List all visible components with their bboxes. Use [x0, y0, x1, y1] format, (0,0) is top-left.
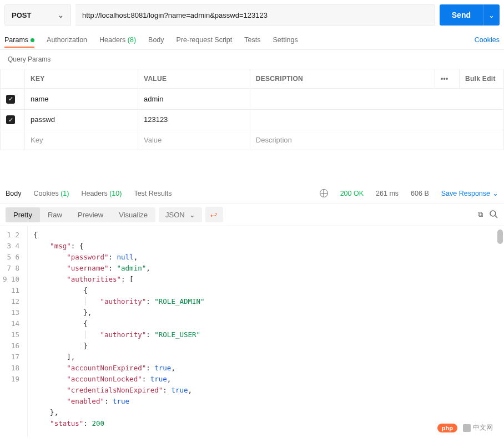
- response-time: 261 ms: [376, 190, 399, 197]
- wrap-lines-button[interactable]: ⮐: [205, 207, 223, 222]
- value-cell[interactable]: admin: [138, 89, 250, 110]
- view-pretty[interactable]: Pretty: [6, 207, 40, 222]
- response-body-viewer[interactable]: 1 2 3 4 5 6 7 8 9 10 11 12 13 14 15 16 1…: [0, 226, 504, 437]
- tab-body[interactable]: Body: [148, 33, 164, 47]
- svg-point-0: [490, 211, 496, 216]
- table-row: ✓ name admin: [1, 89, 504, 110]
- php-badge: php: [437, 424, 457, 432]
- view-raw[interactable]: Raw: [40, 207, 70, 222]
- query-params-title: Query Params: [0, 50, 504, 69]
- more-options-icon[interactable]: •••: [435, 69, 460, 89]
- cn-branding: 中文网: [463, 423, 493, 432]
- svg-line-1: [495, 216, 497, 218]
- tab-response-headers[interactable]: Headers (10): [81, 190, 122, 197]
- tab-response-cookies[interactable]: Cookies (1): [34, 190, 69, 197]
- checkbox[interactable]: ✓: [6, 115, 15, 124]
- http-method-value: POST: [12, 11, 31, 19]
- checkbox[interactable]: ✓: [6, 95, 15, 104]
- tab-headers[interactable]: Headers (8): [99, 33, 136, 47]
- table-row-new: Key Value Description: [1, 130, 504, 150]
- chevron-down-icon: ⌄: [492, 189, 498, 197]
- key-placeholder[interactable]: Key: [25, 130, 138, 150]
- cookies-link[interactable]: Cookies: [475, 36, 500, 44]
- logo-icon: [463, 424, 471, 432]
- http-method-select[interactable]: POST ⌄: [4, 4, 71, 26]
- query-params-table: KEY VALUE DESCRIPTION ••• Bulk Edit ✓ na…: [0, 69, 504, 150]
- tab-tests[interactable]: Tests: [244, 33, 260, 47]
- view-visualize[interactable]: Visualize: [111, 207, 155, 222]
- chevron-down-icon: ⌄: [488, 11, 495, 19]
- active-dot-icon: [31, 38, 34, 42]
- url-value: http://localhost:8081/login?name=admin&p…: [82, 11, 268, 19]
- code-lines: { "msg": { "password": null, "username":…: [28, 226, 504, 437]
- globe-icon[interactable]: [320, 189, 328, 197]
- view-preview[interactable]: Preview: [70, 207, 111, 222]
- chevron-down-icon: ⌄: [58, 11, 64, 19]
- col-value: VALUE: [138, 69, 250, 89]
- description-cell[interactable]: [250, 109, 503, 130]
- col-key: KEY: [25, 69, 138, 89]
- tab-authorization[interactable]: Authorization: [47, 33, 87, 47]
- value-cell[interactable]: 123123: [138, 109, 250, 130]
- description-placeholder[interactable]: Description: [250, 130, 503, 150]
- scrollbar-thumb[interactable]: [497, 230, 503, 244]
- view-mode-segment: Pretty Raw Preview Visualize: [6, 207, 155, 222]
- save-response-button[interactable]: Save Response ⌄: [441, 189, 498, 197]
- format-select[interactable]: JSON ⌄: [159, 207, 202, 222]
- tab-response-body[interactable]: Body: [6, 190, 22, 197]
- key-cell[interactable]: passwd: [25, 109, 138, 130]
- tab-settings[interactable]: Settings: [273, 33, 298, 47]
- line-gutter: 1 2 3 4 5 6 7 8 9 10 11 12 13 14 15 16 1…: [0, 226, 28, 437]
- key-cell[interactable]: name: [25, 89, 138, 110]
- send-dropdown[interactable]: ⌄: [483, 4, 500, 26]
- send-button[interactable]: Send: [440, 4, 483, 26]
- table-row: ✓ passwd 123123: [1, 109, 504, 130]
- chevron-down-icon: ⌄: [189, 211, 195, 219]
- copy-icon[interactable]: ⧉: [475, 210, 485, 219]
- tab-params[interactable]: Params: [4, 33, 34, 47]
- url-input[interactable]: http://localhost:8081/login?name=admin&p…: [75, 4, 435, 26]
- col-description: DESCRIPTION: [250, 69, 435, 89]
- tab-prerequest[interactable]: Pre-request Script: [177, 33, 233, 47]
- search-icon[interactable]: [488, 210, 498, 220]
- description-cell[interactable]: [250, 89, 503, 110]
- wrap-icon: ⮐: [210, 211, 218, 219]
- status-code: 200 OK: [340, 190, 364, 197]
- response-size: 606 B: [411, 190, 429, 197]
- bulk-edit-button[interactable]: Bulk Edit: [460, 69, 504, 89]
- value-placeholder[interactable]: Value: [138, 130, 250, 150]
- tab-test-results[interactable]: Test Results: [134, 190, 172, 197]
